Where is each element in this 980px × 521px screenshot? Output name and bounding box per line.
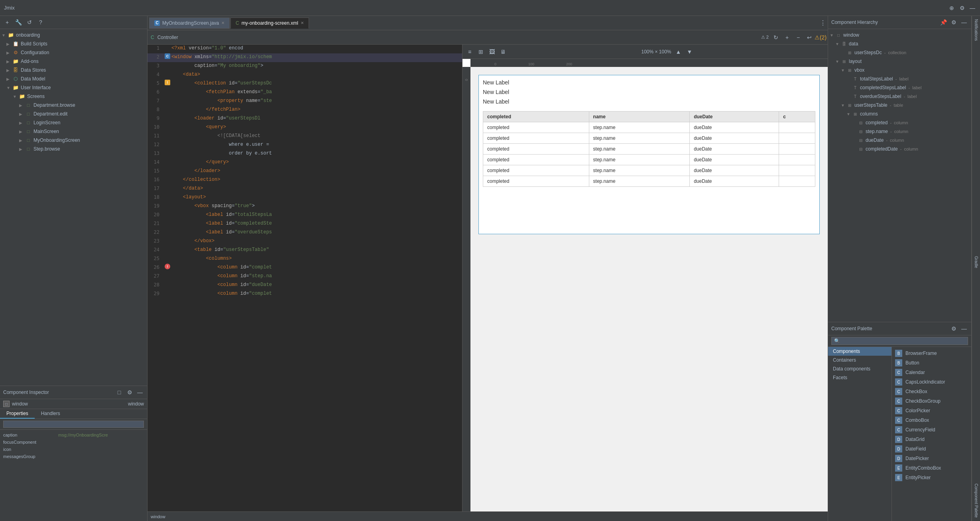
palette-item-color-picker[interactable]: CColorPicker: [892, 406, 971, 415]
palette-item-browser-frame[interactable]: BBrowserFrame: [892, 349, 971, 358]
line-num-9: 9: [148, 115, 163, 121]
monitor-icon[interactable]: 🖥: [499, 48, 507, 56]
settings-icon[interactable]: ⚙: [958, 4, 966, 12]
close-xml-tab[interactable]: ✕: [301, 21, 304, 25]
hierarchy-item-table[interactable]: ▼ ⊞ userStepsTable - table: [828, 101, 971, 110]
line-num-7: 7: [148, 97, 163, 104]
palette-item-date-picker[interactable]: DDatePicker: [892, 454, 971, 463]
code-line-11: 11 <![CDATA[select: [148, 132, 462, 141]
palette-close-icon[interactable]: —: [960, 325, 968, 333]
palette-item-caps-lock-indicator[interactable]: CCapsLockIndicator: [892, 377, 971, 387]
globe-icon[interactable]: ⊕: [948, 4, 955, 12]
palette-item-check-box[interactable]: CCheckBox: [892, 387, 971, 396]
palette-item-entity-combo-box[interactable]: EEntityComboBox: [892, 463, 971, 473]
tree-item-user-interface[interactable]: ▼ 📁 User Interface: [0, 83, 147, 92]
hierarchy-pin-icon[interactable]: 📌: [939, 18, 947, 26]
line-num-17: 17: [148, 185, 163, 191]
code-editor[interactable]: 1 <?xml version="1.0" encod 2 C <window …: [148, 45, 462, 511]
toolbar-zoom-out-icon[interactable]: −: [794, 33, 802, 41]
component-palette-label[interactable]: Component Palette: [972, 480, 980, 521]
palette-item-check-box-group[interactable]: CCheckBoxGroup: [892, 396, 971, 406]
palette-item-button[interactable]: BButton: [892, 358, 971, 368]
hierarchy-item-completeddate-col[interactable]: ⊟ completedDate - column: [828, 145, 971, 153]
wrench-icon[interactable]: 🔧: [14, 18, 22, 26]
line-num-28: 28: [148, 281, 163, 288]
tree-item-build-scripts[interactable]: ▶ 📋 Build Scripts: [0, 39, 147, 48]
table-cell: [779, 155, 815, 165]
palette-item-calendar[interactable]: CCalendar: [892, 368, 971, 377]
hierarchy-item-window[interactable]: ▼ □ window: [828, 31, 971, 39]
table-header-c: c: [779, 112, 815, 122]
tab-xml[interactable]: C my-onboarding-screen.xml ✕: [230, 18, 309, 29]
toolbar-zoom-in-icon[interactable]: +: [783, 33, 791, 41]
java-icon: C: [154, 20, 160, 26]
palette-item-currency-field[interactable]: CCurrencyField: [892, 425, 971, 435]
notifications-label[interactable]: Notifications: [972, 16, 980, 44]
tree-item-dept-edit[interactable]: ▶ □ Department.edit: [0, 110, 147, 118]
tree-item-dept-browse[interactable]: ▶ □ Department.browse: [0, 101, 147, 110]
toolbar-undo-icon[interactable]: ↩: [805, 33, 813, 41]
hierarchy-close-icon[interactable]: —: [960, 18, 968, 26]
tree-item-screens[interactable]: ▼ 📁 Screens: [0, 92, 147, 101]
list-icon[interactable]: ≡: [466, 48, 474, 56]
palette-settings-icon[interactable]: ⚙: [950, 325, 958, 333]
inspector-new-icon[interactable]: □: [115, 388, 123, 396]
hierarchy-item-userstepsdc[interactable]: ⊞ userStepsDc - collection: [828, 48, 971, 57]
zoom-down-arrow[interactable]: ▼: [686, 48, 694, 56]
image-icon[interactable]: 🖼: [488, 48, 496, 56]
add-icon[interactable]: +: [3, 18, 11, 26]
hierarchy-settings-icon[interactable]: ⚙: [950, 18, 958, 26]
gradle-label[interactable]: Gradle: [972, 44, 980, 480]
hierarchy-item-columns[interactable]: ▼ ⊞ columns: [828, 110, 971, 118]
hierarchy-item-overdue[interactable]: T overdueStepsLabel - label: [828, 92, 971, 101]
close-java-tab[interactable]: ✕: [221, 21, 224, 25]
help-icon[interactable]: ?: [37, 18, 45, 26]
palette-item-label-date-picker: DatePicker: [905, 456, 929, 461]
line-content-21: <label id="completedSte: [171, 220, 462, 227]
palette-category-containers[interactable]: Containers: [828, 356, 891, 364]
hierarchy-item-completedsteps[interactable]: T completedStepsLabel - label: [828, 83, 971, 92]
tab-properties[interactable]: Properties: [0, 409, 35, 419]
editor-menu-icon[interactable]: ⋮: [820, 19, 826, 27]
zoom-up-arrow[interactable]: ▲: [675, 48, 683, 56]
hierarchy-item-completed-col[interactable]: ⊟ completed - column: [828, 118, 971, 127]
inspector-close-icon[interactable]: —: [136, 388, 144, 396]
palette-item-data-grid[interactable]: DDataGrid: [892, 435, 971, 444]
ruler-vertical: 0: [462, 67, 470, 511]
tree-item-data-model[interactable]: ▶ ⬡ Data Model: [0, 74, 147, 83]
inspector-search-input[interactable]: [3, 421, 144, 428]
hierarchy-title: Component Hierarchy: [831, 20, 878, 25]
preview-selected-container[interactable]: New Label New Label New Label: [478, 75, 820, 234]
palette-item-entity-picker[interactable]: EEntityPicker: [892, 473, 971, 482]
palette-item-date-field[interactable]: DDateField: [892, 444, 971, 454]
tree-item-data-stores[interactable]: ▶ 🗄 Data Stores: [0, 66, 147, 74]
hierarchy-item-vbox[interactable]: ▼ ⊞ vbox: [828, 66, 971, 74]
line-content-28: <column id="dueDate: [171, 281, 462, 288]
tab-java[interactable]: C MyOnboardingScreen.java ✕: [149, 18, 230, 29]
tree-item-addons[interactable]: ▶ 📁 Add-ons: [0, 57, 147, 66]
refresh-icon[interactable]: ↺: [26, 18, 33, 26]
inspector-settings-icon[interactable]: ⚙: [126, 388, 134, 396]
hierarchy-item-layout[interactable]: ▼ ⊞ layout: [828, 57, 971, 66]
grid-icon[interactable]: ⊞: [477, 48, 485, 56]
hierarchy-item-stepname-col[interactable]: ⊟ step.name - column: [828, 127, 971, 136]
palette-category-components[interactable]: Components: [828, 347, 891, 356]
tab-handlers[interactable]: Handlers: [35, 409, 67, 419]
toolbar-refresh-icon[interactable]: ↻: [772, 33, 780, 41]
tree-item-step-browse[interactable]: ▶ □ Step.browse: [0, 145, 147, 153]
palette-category-facets[interactable]: Facets: [828, 373, 891, 382]
palette-item-label-combo-box: ComboBox: [905, 417, 929, 423]
hierarchy-item-duedate-col[interactable]: ⊟ dueDate - column: [828, 136, 971, 145]
prop-val-caption[interactable]: msg://myOnboardingScre: [58, 433, 144, 437]
tree-item-onboarding[interactable]: ▼ 📁 onboarding: [0, 31, 147, 39]
palette-item-combo-box[interactable]: CComboBox: [892, 415, 971, 425]
tree-item-my-onboarding[interactable]: ▶ □ MyOnboardingScreen: [0, 136, 147, 145]
hierarchy-item-totalsteps[interactable]: T totalStepsLabel - label: [828, 74, 971, 83]
minimize-icon[interactable]: —: [969, 4, 976, 12]
tree-item-configuration[interactable]: ▶ ⚙ Configuration: [0, 48, 147, 57]
palette-category-data[interactable]: Data components: [828, 364, 891, 373]
palette-search-input[interactable]: [842, 339, 965, 343]
tree-item-login-screen[interactable]: ▶ □ LoginScreen: [0, 118, 147, 127]
hierarchy-item-data[interactable]: ▼ 🗄 data: [828, 39, 971, 48]
tree-item-main-screen[interactable]: ▶ □ MainScreen: [0, 127, 147, 136]
